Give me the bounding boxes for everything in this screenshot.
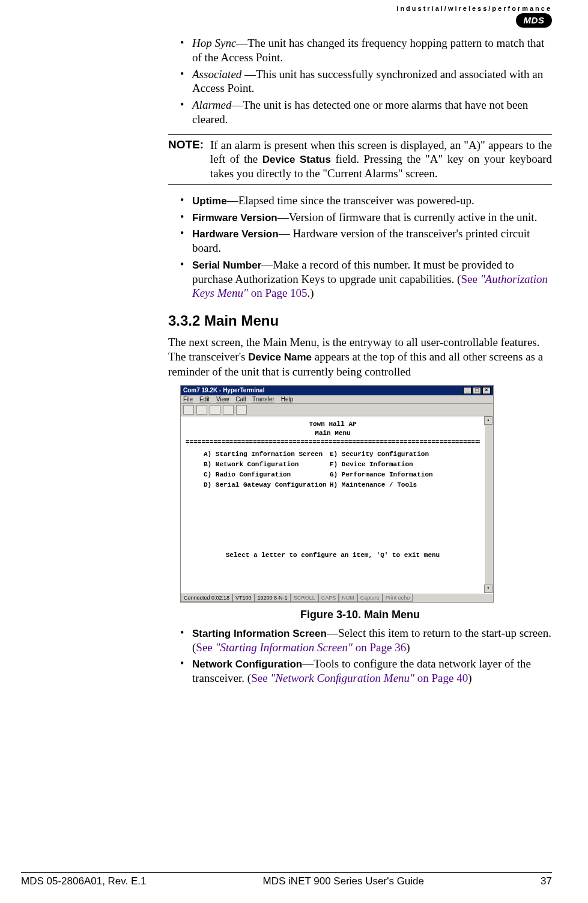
- page-header: industrial/wireless/performance MDS: [396, 5, 552, 28]
- status-emulation: VT100: [232, 594, 255, 602]
- tagline: industrial/wireless/performance: [396, 5, 552, 12]
- status-num: NUM: [339, 594, 357, 602]
- list-item: Alarmed—The unit is has detected one or …: [168, 98, 552, 127]
- cross-ref-link[interactable]: See "Starting Information Screen" on Pag…: [196, 641, 406, 654]
- page-footer: MDS 05-2806A01, Rev. E.1 MDS iNET 900 Se…: [21, 872, 552, 887]
- menu-file[interactable]: File: [183, 396, 193, 403]
- status-capture: Capture: [357, 594, 383, 602]
- mds-logo: MDS: [516, 13, 552, 28]
- toolbar-button[interactable]: [236, 405, 247, 415]
- menu-call[interactable]: Call: [235, 396, 246, 403]
- device-name: Town Hall AP: [186, 420, 480, 429]
- menu-view[interactable]: View: [216, 396, 229, 403]
- status-printecho: Print echo: [383, 594, 413, 602]
- list-item: Starting Information Screen—Select this …: [168, 626, 552, 655]
- hyperterminal-window: Com7 19.2K - HyperTerminal _ □ × File Ed…: [180, 385, 494, 603]
- menu-edit[interactable]: Edit: [199, 396, 210, 403]
- menu-title: Main Menu: [186, 429, 480, 438]
- status-baud: 19200 8-N-1: [255, 594, 291, 602]
- figure-caption: Figure 3-10. Main Menu: [168, 609, 552, 621]
- footer-doc-id: MDS 05-2806A01, Rev. E.1: [21, 875, 147, 887]
- note-label: NOTE:: [168, 138, 210, 181]
- menu-item-descriptions: Starting Information Screen—Select this …: [168, 626, 552, 686]
- list-item: Hop Sync—The unit has changed its freque…: [168, 36, 552, 65]
- maximize-icon[interactable]: □: [473, 387, 481, 394]
- status-bar: Connected 0:02:18 VT100 19200 8-N-1 SCRO…: [181, 593, 493, 602]
- divider: ========================================…: [186, 438, 480, 447]
- list-item: Associated —This unit has successfully s…: [168, 67, 552, 96]
- menu-bar: File Edit View Call Transfer Help: [181, 395, 493, 404]
- menu-option-d: D) Serial Gateway Configuration: [204, 481, 330, 490]
- section-heading: 3.3.2 Main Menu: [168, 312, 552, 329]
- menu-option-a: A) Starting Information Screen: [204, 450, 330, 459]
- window-title: Com7 19.2K - HyperTerminal: [183, 387, 264, 394]
- close-icon[interactable]: ×: [482, 387, 491, 394]
- menu-help[interactable]: Help: [281, 396, 294, 403]
- minimize-icon[interactable]: _: [463, 387, 471, 394]
- toolbar-button[interactable]: [183, 405, 194, 415]
- list-item: Serial Number—Make a record of this numb…: [168, 258, 552, 300]
- menu-option-c: C) Radio Configuration: [204, 470, 330, 479]
- menu-option-h: H) Maintenance / Tools: [330, 481, 456, 490]
- status-connected: Connected 0:02:18: [181, 594, 232, 602]
- footer-doc-title: MDS iNET 900 Series User's Guide: [263, 875, 424, 887]
- note-block: NOTE: If an alarm is present when this s…: [168, 134, 552, 185]
- status-caps: CAPS: [318, 594, 339, 602]
- scroll-up-icon[interactable]: ▴: [484, 416, 493, 425]
- toolbar-button[interactable]: [223, 405, 234, 415]
- footer-page-number: 37: [541, 875, 552, 887]
- menu-transfer[interactable]: Transfer: [252, 396, 274, 403]
- list-item: Network Configuration—Tools to configure…: [168, 657, 552, 686]
- menu-option-f: F) Device Information: [330, 460, 456, 469]
- terminal-content: ▴ ▾ Town Hall AP Main Menu =============…: [181, 416, 493, 593]
- tool-bar: [181, 404, 493, 416]
- status-scroll: SCROLL: [291, 594, 318, 602]
- note-body: If an alarm is present when this screen …: [210, 138, 552, 181]
- list-item: Uptime—Elapsed time since the transceive…: [168, 193, 552, 208]
- prompt-text: Select a letter to configure an item, 'Q…: [186, 551, 480, 560]
- scroll-down-icon[interactable]: ▾: [484, 585, 493, 593]
- body-paragraph: The next screen, the Main Menu, is the e…: [168, 335, 552, 379]
- menu-option-b: B) Network Configuration: [204, 460, 330, 469]
- menu-option-g: G) Performance Information: [330, 470, 456, 479]
- window-title-bar: Com7 19.2K - HyperTerminal _ □ ×: [181, 386, 493, 395]
- cross-ref-link[interactable]: See "Network Conﬁguration Menu" on Page …: [251, 672, 468, 684]
- list-item: Firmware Version—Version of firmware tha…: [168, 210, 552, 225]
- status-definitions-list: Hop Sync—The unit has changed its freque…: [168, 36, 552, 127]
- list-item: Hardware Version— Hardware version of th…: [168, 227, 552, 255]
- toolbar-button[interactable]: [196, 405, 207, 415]
- field-definitions-list: Uptime—Elapsed time since the transceive…: [168, 193, 552, 300]
- toolbar-button[interactable]: [210, 405, 220, 415]
- menu-option-e: E) Security Configuration: [330, 450, 456, 459]
